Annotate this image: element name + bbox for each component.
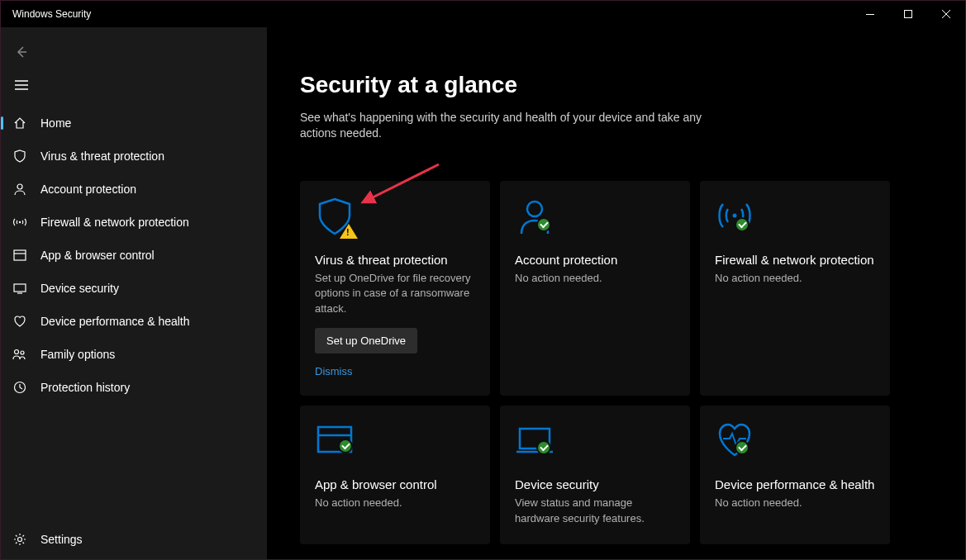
person-icon — [12, 183, 27, 196]
ok-badge-icon — [536, 217, 551, 232]
sidebar-item-label: App & browser control — [40, 249, 155, 262]
ok-badge-icon — [735, 217, 749, 232]
sidebar-item-label: Firewall & network protection — [40, 216, 189, 229]
sidebar-item-label: Protection history — [40, 381, 130, 394]
device-large-icon — [515, 420, 554, 460]
main-content: Security at a glance See what's happenin… — [267, 27, 965, 560]
gear-icon — [12, 533, 27, 546]
sidebar-item-home[interactable]: Home — [1, 107, 267, 140]
sidebar-item-label: Device security — [40, 282, 119, 295]
svg-point-6 — [15, 350, 19, 354]
warning-badge-icon — [340, 224, 358, 239]
svg-rect-5 — [14, 284, 26, 292]
sidebar-item-history[interactable]: Protection history — [1, 371, 267, 404]
close-icon — [942, 10, 950, 18]
minimize-icon — [866, 14, 874, 15]
card-desc: No action needed. — [715, 496, 875, 510]
sidebar-item-virus[interactable]: Virus & threat protection — [1, 140, 267, 173]
svg-rect-0 — [866, 14, 874, 15]
sidebar-item-label: Virus & threat protection — [40, 149, 164, 163]
history-icon — [12, 381, 27, 394]
titlebar: Windows Security — [1, 1, 965, 27]
sidebar: Home Virus & threat protection Account p… — [1, 27, 267, 560]
card-desc: View status and manage hardware security… — [515, 496, 675, 525]
signal-icon — [12, 216, 27, 229]
nav-menu-button[interactable] — [1, 69, 267, 102]
window-large-icon — [315, 420, 355, 460]
window-title: Windows Security — [12, 8, 91, 20]
setup-onedrive-button[interactable]: Set up OneDrive — [315, 328, 417, 354]
heart-icon — [12, 315, 27, 328]
back-button[interactable] — [1, 36, 267, 69]
close-button[interactable] — [927, 1, 965, 27]
card-title: Firewall & network protection — [715, 252, 875, 268]
sidebar-item-performance[interactable]: Device performance & health — [1, 305, 267, 338]
svg-point-7 — [21, 351, 24, 354]
svg-rect-1 — [905, 11, 912, 18]
sidebar-item-label: Device performance & health — [40, 315, 190, 328]
cards-grid: Virus & threat protection Set up OneDriv… — [300, 181, 965, 544]
svg-point-9 — [18, 538, 22, 542]
card-device-performance[interactable]: Device performance & health No action ne… — [700, 406, 890, 544]
sidebar-item-family[interactable]: Family options — [1, 338, 267, 371]
home-icon — [12, 116, 27, 130]
card-device-security[interactable]: Device security View status and manage h… — [500, 406, 690, 544]
sidebar-item-app-browser[interactable]: App & browser control — [1, 239, 267, 272]
shield-large-icon — [315, 196, 355, 235]
card-desc: No action needed. — [715, 271, 875, 286]
sidebar-item-device-security[interactable]: Device security — [1, 272, 267, 305]
card-title: Device security — [515, 477, 675, 493]
sidebar-item-settings[interactable]: Settings — [1, 523, 267, 556]
card-app-browser[interactable]: App & browser control No action needed. — [300, 406, 490, 544]
sidebar-item-label: Settings — [40, 533, 83, 546]
page-title: Security at a glance — [300, 72, 965, 98]
card-title: Virus & threat protection — [315, 252, 475, 268]
svg-point-2 — [17, 184, 22, 189]
sidebar-item-account[interactable]: Account protection — [1, 173, 267, 206]
sidebar-item-firewall[interactable]: Firewall & network protection — [1, 206, 267, 239]
dismiss-link[interactable]: Dismiss — [315, 365, 475, 377]
ok-badge-icon — [536, 440, 551, 455]
signal-large-icon — [715, 196, 754, 235]
back-arrow-icon — [14, 45, 29, 59]
person-large-icon — [515, 196, 554, 235]
svg-point-10 — [527, 202, 542, 216]
window-icon — [12, 249, 27, 262]
ok-badge-icon — [338, 439, 353, 453]
sidebar-item-label: Home — [40, 116, 71, 130]
card-title: Device performance & health — [715, 477, 875, 493]
card-virus-threat[interactable]: Virus & threat protection Set up OneDriv… — [300, 181, 490, 396]
minimize-button[interactable] — [851, 1, 889, 27]
shield-icon — [12, 149, 27, 163]
maximize-icon — [904, 10, 912, 18]
svg-point-3 — [19, 221, 21, 223]
hamburger-icon — [14, 80, 29, 90]
page-subtitle: See what's happening with the security a… — [300, 110, 713, 141]
card-desc: Set up OneDrive for file recovery option… — [315, 271, 475, 316]
maximize-button[interactable] — [889, 1, 927, 27]
card-title: App & browser control — [315, 477, 475, 493]
card-desc: No action needed. — [515, 271, 675, 286]
heart-large-icon — [715, 420, 754, 460]
device-icon — [12, 282, 27, 295]
ok-badge-icon — [735, 440, 749, 455]
card-firewall[interactable]: Firewall & network protection No action … — [700, 181, 890, 396]
svg-rect-4 — [14, 250, 26, 260]
sidebar-item-label: Family options — [40, 348, 115, 361]
svg-point-11 — [733, 213, 737, 217]
card-desc: No action needed. — [315, 496, 475, 510]
card-account-protection[interactable]: Account protection No action needed. — [500, 181, 690, 396]
family-icon — [12, 348, 27, 361]
card-title: Account protection — [515, 252, 675, 268]
sidebar-item-label: Account protection — [40, 183, 136, 196]
